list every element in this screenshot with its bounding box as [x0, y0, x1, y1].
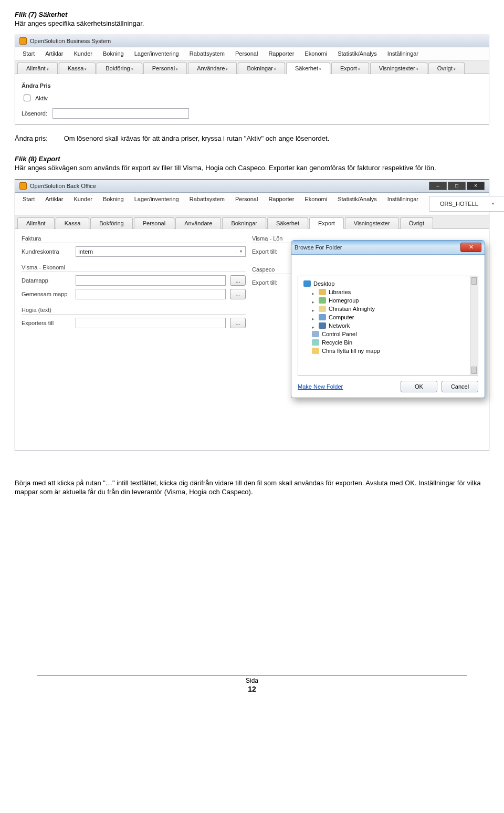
menu-item[interactable]: Rabattsystem [184, 48, 230, 59]
cancel-button[interactable]: Cancel [442, 381, 478, 392]
menu-item[interactable]: Bokning [98, 194, 129, 214]
expand-icon[interactable] [312, 290, 316, 294]
tab-personal[interactable]: Personal▾ [143, 62, 187, 74]
section-7-title: Flik (7) Säkerhet [15, 11, 489, 18]
tree-item[interactable]: Christian Almighty [329, 306, 375, 312]
footer-label: Sida [246, 677, 258, 684]
hogia-export-label: Exportera till [22, 320, 71, 326]
tab-allmant[interactable]: Allmänt [17, 217, 55, 229]
dialog-close-button[interactable]: ✕ [460, 243, 481, 252]
app-icon [19, 37, 27, 45]
hogia-legend: Hogia (text) [22, 307, 246, 315]
aktiv-checkbox[interactable] [24, 95, 30, 101]
expand-icon[interactable] [312, 307, 316, 311]
make-new-folder-link[interactable]: Make New Folder [298, 383, 343, 390]
browse-button[interactable]: ... [230, 275, 246, 286]
tab-export[interactable]: Export [309, 217, 344, 229]
export-instructions: Börja med att klicka på rutan "…" intill… [15, 478, 489, 497]
datamapp-input[interactable] [76, 275, 226, 286]
menu-item[interactable]: Kunder [68, 194, 97, 214]
tab-bokforing[interactable]: Bokföring▾ [97, 62, 142, 74]
minimize-button[interactable]: – [429, 182, 447, 190]
ok-button[interactable]: OK [401, 381, 437, 392]
scrollbar[interactable] [470, 276, 478, 375]
expand-icon[interactable] [312, 324, 316, 328]
menu-item[interactable]: Artiklar [40, 194, 68, 214]
menu-item[interactable]: Statistik/Analys [332, 48, 382, 59]
tree-item[interactable]: Computer [329, 314, 354, 320]
datamapp-label: Datamapp [22, 277, 71, 284]
group-label: Ändra Pris [22, 82, 482, 89]
tab-anvandare[interactable]: Användare [175, 217, 221, 229]
tab-allmant[interactable]: Allmänt▾ [17, 62, 58, 74]
menu-item[interactable]: Inställningar [382, 48, 424, 59]
dialog-title: Browse For Folder [295, 244, 342, 251]
gemensam-input[interactable] [76, 289, 226, 299]
tab-sakerhet[interactable]: Säkerhet▾ [286, 62, 330, 74]
tab-visningstexter[interactable]: Visningstexter▾ [370, 62, 427, 74]
maximize-button[interactable]: □ [448, 182, 466, 190]
tab-sakerhet[interactable]: Säkerhet [267, 217, 308, 229]
tree-item[interactable]: Desktop [313, 280, 334, 287]
menu-item[interactable]: Bokning [98, 48, 129, 59]
recycle-bin-icon [312, 339, 319, 346]
tree-item[interactable]: Homegroup [329, 297, 359, 304]
tab-ovrigt[interactable]: Övrigt [400, 217, 433, 229]
close-button[interactable]: × [467, 182, 485, 190]
tab-kassa[interactable]: Kassa [56, 217, 90, 229]
tab-personal[interactable]: Personal [134, 217, 174, 229]
section-8-sub: Här anges sökvägen som används för expor… [15, 164, 489, 172]
tab-bokningar[interactable]: Bokningar▾ [238, 62, 285, 74]
computer-icon [319, 314, 326, 320]
tab-bokningar[interactable]: Bokningar [222, 217, 266, 229]
page-number: 12 [248, 685, 256, 693]
user-icon [319, 306, 326, 312]
hogia-export-input[interactable] [76, 318, 226, 328]
menu-item[interactable]: Rapporter [263, 194, 299, 214]
browse-button[interactable]: ... [230, 318, 246, 328]
desktop-icon [303, 280, 311, 287]
screenshot-security: OpenSolution Business System Start Artik… [15, 35, 489, 124]
main-menu-2: Start Artiklar Kunder Bokning Lager/inve… [15, 193, 489, 215]
tree-item[interactable]: Network [329, 322, 350, 329]
menu-item[interactable]: Rabattsystem [184, 194, 230, 214]
menu-item[interactable]: Kunder [68, 48, 97, 59]
password-input[interactable] [52, 108, 189, 119]
subtabs: Allmänt▾ Kassa▾ Bokföring▾ Personal▾ Anv… [15, 60, 489, 74]
browse-button[interactable]: ... [230, 289, 246, 299]
main-menu: Start Artiklar Kunder Bokning Lager/inve… [15, 47, 489, 60]
menu-item[interactable]: Ekonomi [299, 48, 332, 59]
menu-item[interactable]: Personal [230, 48, 263, 59]
tree-item[interactable]: Chris flytta till ny mapp [322, 348, 380, 354]
menu-item[interactable]: Lager/inventering [129, 194, 184, 214]
folder-tree[interactable]: Desktop Libraries Homegroup Christian Al… [298, 276, 478, 376]
window-title: OpenSolution Business System [30, 38, 111, 44]
menu-item[interactable]: Artiklar [40, 48, 68, 59]
tab-kassa[interactable]: Kassa▾ [59, 62, 96, 74]
expand-icon[interactable] [312, 315, 316, 319]
window-titlebar: OpenSolution Business System [15, 35, 489, 47]
menu-item[interactable]: Inställningar [382, 194, 424, 214]
tree-item[interactable]: Libraries [329, 289, 351, 295]
folder-icon [312, 348, 319, 354]
menu-item[interactable]: Start [17, 48, 40, 59]
tab-export[interactable]: Export▾ [331, 62, 369, 74]
expand-icon[interactable] [312, 298, 316, 303]
window-title-2: OpenSolution Back Office [30, 183, 96, 189]
tab-bokforing[interactable]: Bokföring [90, 217, 132, 229]
menu-item[interactable]: Ekonomi [299, 194, 332, 214]
tree-item[interactable]: Recycle Bin [322, 339, 352, 346]
visma-ekonomi-legend: Visma - Ekonomi [22, 264, 246, 272]
andra-pris-explain: Ändra pris: Om lösenord skall krävas för… [15, 134, 489, 143]
database-selector[interactable]: ORS_HOTELL▾ [429, 196, 504, 212]
menu-item[interactable]: Statistik/Analys [332, 194, 382, 214]
menu-item[interactable]: Start [17, 194, 40, 214]
tree-item[interactable]: Control Panel [322, 331, 357, 337]
tab-ovrigt[interactable]: Övrigt▾ [428, 62, 465, 74]
tab-anvandare[interactable]: Användare▾ [188, 62, 237, 74]
menu-item[interactable]: Personal [230, 194, 263, 214]
menu-item[interactable]: Lager/inventering [129, 48, 184, 59]
kundreskontra-select[interactable]: Intern ▾ [76, 246, 246, 257]
tab-visningstexter[interactable]: Visningstexter [345, 217, 399, 229]
menu-item[interactable]: Rapporter [263, 48, 299, 59]
